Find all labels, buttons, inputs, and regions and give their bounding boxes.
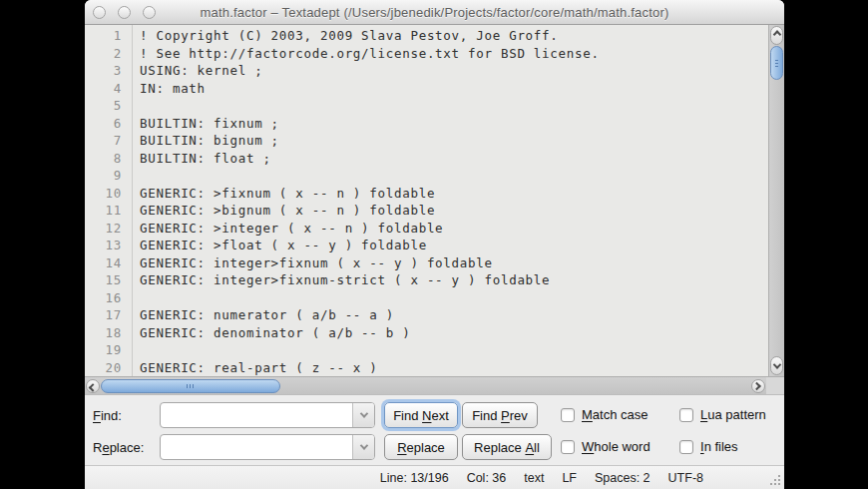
code-text: GENERIC: >integer ( x -- n ) foldable bbox=[132, 220, 443, 238]
replace-row: Replace: Replace Replace All Whole word … bbox=[85, 434, 784, 462]
code-line[interactable]: 20GENERIC: real-part ( z -- x ) bbox=[85, 359, 768, 377]
code-text: ! See http://factorcode.org/license.txt … bbox=[132, 45, 600, 63]
code-text: BUILTIN: bignum ; bbox=[132, 132, 279, 150]
code-line[interactable]: 12GENERIC: >integer ( x -- n ) foldable bbox=[85, 220, 768, 238]
line-number: 15 bbox=[85, 271, 132, 289]
code-text: IN: math bbox=[132, 80, 206, 98]
code-line[interactable]: 14GENERIC: integer>fixnum ( x -- y ) fol… bbox=[85, 254, 768, 272]
line-number: 3 bbox=[85, 62, 132, 80]
code-line[interactable]: 11GENERIC: >bignum ( x -- n ) foldable bbox=[85, 202, 768, 220]
in-files-label: In files bbox=[700, 439, 738, 454]
whole-word-option[interactable]: Whole word bbox=[561, 439, 651, 454]
code-line[interactable]: 13GENERIC: >float ( x -- y ) foldable bbox=[85, 237, 768, 254]
line-number: 18 bbox=[85, 324, 132, 342]
minimize-button[interactable] bbox=[118, 6, 131, 19]
code-area[interactable]: 1! Copyright (C) 2003, 2009 Slava Pestov… bbox=[85, 25, 768, 376]
scroll-up-button[interactable] bbox=[770, 26, 783, 45]
match-case-option[interactable]: Match case bbox=[561, 407, 649, 422]
line-number: 6 bbox=[85, 115, 132, 133]
window-title: math.factor – Textadept (/Users/jbenedik… bbox=[200, 5, 668, 20]
line-number: 9 bbox=[85, 167, 132, 185]
vertical-scrollbar-thumb[interactable] bbox=[770, 46, 783, 80]
in-files-checkbox[interactable] bbox=[679, 440, 693, 454]
code-text bbox=[132, 289, 140, 307]
scroll-left-button[interactable] bbox=[86, 379, 100, 393]
line-number: 13 bbox=[85, 237, 132, 254]
code-text: GENERIC: integer>fixnum ( x -- y ) folda… bbox=[132, 254, 493, 272]
match-case-checkbox[interactable] bbox=[561, 408, 575, 422]
code-line[interactable]: 9 bbox=[85, 167, 768, 185]
code-line[interactable]: 19 bbox=[85, 341, 768, 359]
code-line[interactable]: 15GENERIC: integer>fixnum-strict ( x -- … bbox=[85, 271, 768, 289]
replace-button[interactable]: Replace bbox=[384, 434, 458, 460]
code-line[interactable]: 1! Copyright (C) 2003, 2009 Slava Pestov… bbox=[85, 27, 768, 45]
status-eol: LF bbox=[562, 471, 577, 485]
replace-all-button[interactable]: Replace All bbox=[462, 434, 552, 460]
whole-word-checkbox[interactable] bbox=[561, 440, 575, 454]
code-line[interactable]: 10GENERIC: >fixnum ( x -- n ) foldable bbox=[85, 185, 768, 203]
find-combo bbox=[160, 402, 375, 428]
find-replace-panel: Find: Find Next Find Prev Match case Lua… bbox=[85, 394, 784, 465]
code-text: BUILTIN: float ; bbox=[132, 150, 271, 168]
code-line[interactable]: 3USING: kernel ; bbox=[85, 62, 768, 80]
line-number: 19 bbox=[85, 341, 132, 359]
code-line[interactable]: 17GENERIC: numerator ( a/b -- a ) bbox=[85, 306, 768, 324]
code-line[interactable]: 7BUILTIN: bignum ; bbox=[85, 132, 768, 150]
code-line[interactable]: 5 bbox=[85, 97, 768, 115]
find-input[interactable] bbox=[161, 403, 352, 427]
code-line[interactable]: 2! See http://factorcode.org/license.txt… bbox=[85, 45, 768, 63]
line-number: 2 bbox=[85, 45, 132, 63]
lua-pattern-checkbox[interactable] bbox=[679, 408, 693, 422]
titlebar[interactable]: math.factor – Textadept (/Users/jbenedik… bbox=[85, 0, 784, 25]
match-case-label: Match case bbox=[582, 407, 649, 422]
find-next-button[interactable]: Find Next bbox=[384, 402, 458, 428]
line-number: 10 bbox=[85, 185, 132, 203]
find-prev-button[interactable]: Find Prev bbox=[462, 402, 538, 428]
line-number: 1 bbox=[85, 27, 132, 45]
horizontal-scrollbar-row bbox=[85, 376, 784, 394]
status-indent: Spaces: 2 bbox=[595, 471, 651, 485]
line-number: 17 bbox=[85, 306, 132, 324]
code-line[interactable]: 18GENERIC: denominator ( a/b -- b ) bbox=[85, 324, 768, 342]
line-number: 4 bbox=[85, 80, 132, 98]
status-filetype: text bbox=[524, 471, 544, 485]
lua-pattern-option[interactable]: Lua pattern bbox=[679, 407, 766, 422]
line-number: 7 bbox=[85, 132, 132, 150]
line-number: 14 bbox=[85, 254, 132, 272]
code-line[interactable]: 6BUILTIN: fixnum ; bbox=[85, 115, 768, 133]
scroll-down-button[interactable] bbox=[770, 356, 783, 375]
find-label: Find: bbox=[93, 408, 122, 423]
horizontal-scrollbar-thumb[interactable] bbox=[101, 379, 280, 393]
code-line[interactable]: 8BUILTIN: float ; bbox=[85, 150, 768, 168]
chevron-up-icon bbox=[772, 30, 780, 38]
zoom-button[interactable] bbox=[143, 6, 156, 19]
chevron-down-icon bbox=[359, 409, 367, 417]
status-bar: Line: 13/196 Col: 36 text LF Spaces: 2 U… bbox=[85, 465, 784, 489]
in-files-option[interactable]: In files bbox=[679, 439, 738, 454]
find-row: Find: Find Next Find Prev Match case Lua… bbox=[85, 402, 784, 430]
code-line[interactable]: 4IN: math bbox=[85, 80, 768, 98]
gutter-separator bbox=[132, 25, 133, 376]
scroll-right-button[interactable] bbox=[751, 379, 765, 393]
vertical-scrollbar[interactable] bbox=[768, 25, 784, 376]
resize-grip-icon[interactable] bbox=[769, 474, 781, 486]
lua-pattern-label: Lua pattern bbox=[700, 407, 766, 422]
chevron-down-icon bbox=[772, 360, 780, 368]
replace-input[interactable] bbox=[161, 435, 352, 459]
code-text: ! Copyright (C) 2003, 2009 Slava Pestov,… bbox=[132, 27, 559, 45]
line-number: 16 bbox=[85, 289, 132, 307]
replace-combo bbox=[160, 434, 375, 460]
chevron-down-icon bbox=[359, 441, 367, 449]
find-history-dropdown[interactable] bbox=[352, 403, 374, 427]
line-number: 5 bbox=[85, 97, 132, 115]
close-button[interactable] bbox=[93, 6, 106, 19]
status-line: Line: 13/196 bbox=[380, 471, 449, 485]
code-text: GENERIC: >bignum ( x -- n ) foldable bbox=[132, 202, 435, 220]
code-text: BUILTIN: fixnum ; bbox=[132, 115, 279, 133]
replace-label: Replace: bbox=[93, 440, 144, 455]
code-text: GENERIC: numerator ( a/b -- a ) bbox=[132, 306, 394, 324]
code-text: GENERIC: >float ( x -- y ) foldable bbox=[132, 237, 427, 254]
replace-history-dropdown[interactable] bbox=[352, 435, 374, 459]
horizontal-scrollbar[interactable] bbox=[85, 376, 766, 394]
code-line[interactable]: 16 bbox=[85, 289, 768, 307]
